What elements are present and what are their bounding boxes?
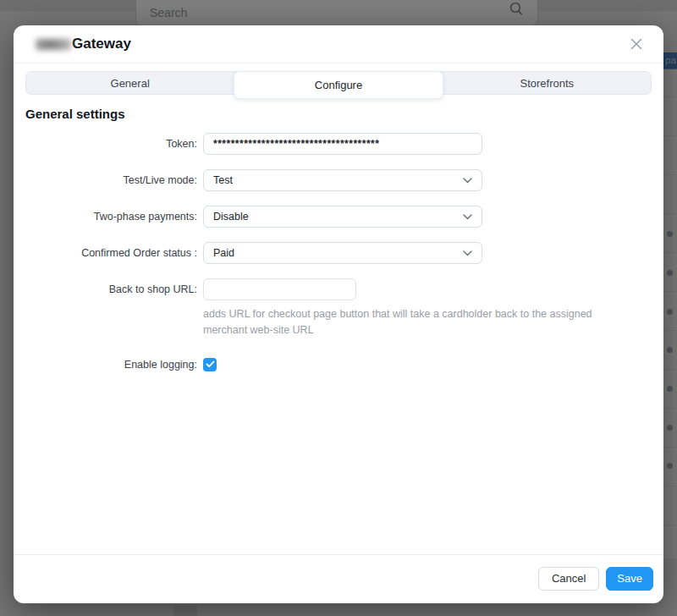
screen: pa Gateway xyxy=(0,0,677,616)
mode-row: Test/Live mode: Test xyxy=(25,169,652,191)
two-phase-payments-select[interactable]: Disable xyxy=(203,206,482,228)
two-phase-label: Two-phase payments: xyxy=(25,211,203,223)
dialog-header: Gateway xyxy=(14,25,663,63)
section-title: General settings xyxy=(25,107,652,121)
token-label: Token: xyxy=(25,138,203,150)
confirmed-order-status-select[interactable]: Paid xyxy=(203,242,482,264)
close-button[interactable] xyxy=(626,34,647,54)
order-status-row: Confirmed Order status : Paid xyxy=(25,242,652,264)
checkmark-icon xyxy=(206,360,215,368)
back-url-label: Back to shop URL: xyxy=(25,278,203,295)
order-status-selected-value: Paid xyxy=(213,247,234,259)
token-row: Token: xyxy=(25,133,652,155)
token-input[interactable] xyxy=(203,133,482,155)
tab-general[interactable]: General xyxy=(26,72,234,94)
back-to-shop-url-input[interactable] xyxy=(203,278,356,300)
tab-configure[interactable]: Configure xyxy=(234,71,443,99)
back-url-help-text: adds URL for checkout page button that w… xyxy=(203,306,630,339)
mode-label: Test/Live mode: xyxy=(25,174,203,186)
dialog-tab-bar: General Configure Storefronts xyxy=(25,71,652,95)
enable-logging-checkbox[interactable] xyxy=(203,358,217,371)
logging-row: Enable logging: xyxy=(25,358,652,371)
chevron-down-icon xyxy=(463,247,472,259)
redacted-brand-name xyxy=(36,38,71,51)
chevron-down-icon xyxy=(463,211,472,223)
two-phase-row: Two-phase payments: Disable xyxy=(25,206,652,228)
cancel-button[interactable]: Cancel xyxy=(538,567,599,591)
test-live-mode-select[interactable]: Test xyxy=(203,169,482,191)
dialog-body: General settings Token: Test/Live mode: … xyxy=(14,95,663,554)
two-phase-selected-value: Disable xyxy=(213,211,249,223)
dialog-footer: Cancel Save xyxy=(14,554,663,603)
chevron-down-icon xyxy=(463,174,472,186)
dialog-title: Gateway xyxy=(36,36,131,52)
order-status-label: Confirmed Order status : xyxy=(25,247,203,259)
save-button[interactable]: Save xyxy=(606,567,653,591)
dialog-title-text: Gateway xyxy=(72,36,131,52)
gateway-settings-dialog: Gateway General Configure Storefronts Ge… xyxy=(14,25,663,603)
mode-selected-value: Test xyxy=(213,174,233,186)
logging-label: Enable logging: xyxy=(25,359,203,371)
close-icon xyxy=(630,37,643,51)
back-url-row: Back to shop URL: adds URL for checkout … xyxy=(25,278,652,339)
tab-storefronts[interactable]: Storefronts xyxy=(443,72,651,94)
